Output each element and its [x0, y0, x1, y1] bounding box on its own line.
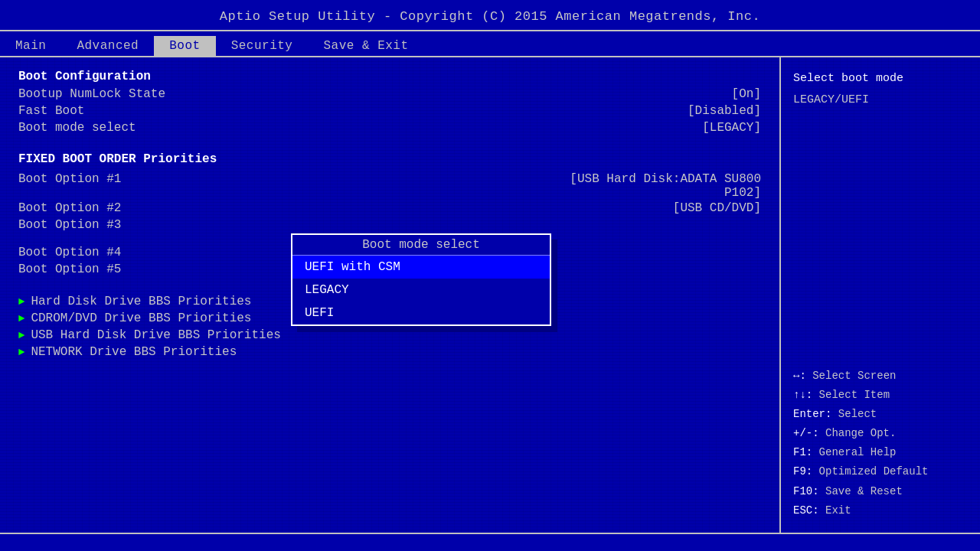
key-f1: F1: General Help: [793, 443, 968, 462]
key-f9: F9: Optimized Default: [793, 462, 968, 481]
title-text: Aptio Setup Utility - Copyright (C) 2015…: [220, 9, 760, 24]
bbs-usb-hdd-arrow: ►: [18, 329, 24, 341]
key-enter: Enter: Select: [793, 405, 968, 424]
setting-fastboot[interactable]: Fast Boot [Disabled]: [18, 103, 761, 119]
boot-option-3[interactable]: Boot Option #3: [18, 218, 761, 232]
boot-mode-dropdown[interactable]: Boot mode select UEFI with CSM LEGACY UE…: [291, 233, 551, 326]
fixed-boot-title: FIXED BOOT ORDER Priorities: [18, 152, 761, 166]
key-change: +/-: Change Opt.: [793, 424, 968, 443]
boot-option-1-value: [USB Hard Disk:ADATA SU800P102]: [570, 172, 761, 200]
main-content: Boot Configuration Bootup NumLock State …: [0, 57, 980, 533]
boot-option-2[interactable]: Boot Option #2 [USB CD/DVD]: [18, 201, 761, 215]
boot-option-1[interactable]: Boot Option #1 [USB Hard Disk:ADATA SU80…: [18, 172, 761, 200]
title-bar: Aptio Setup Utility - Copyright (C) 2015…: [0, 0, 980, 31]
boot-option-2-label: Boot Option #2: [18, 201, 121, 215]
key-esc: ESC: Exit: [793, 501, 968, 520]
bbs-hdd-arrow: ►: [18, 295, 24, 308]
numlock-value: [On]: [732, 87, 761, 101]
setting-numlock[interactable]: Bootup NumLock State [On]: [18, 86, 761, 102]
bootmode-value: [LEGACY]: [702, 121, 761, 135]
boot-option-1-label: Boot Option #1: [18, 172, 121, 200]
dropdown-title: Boot mode select: [292, 235, 550, 256]
nav-tab-security[interactable]: Security: [216, 36, 309, 56]
bbs-cdrom-arrow: ►: [18, 312, 24, 324]
help-keys: ↔: Select Screen ↑↓: Select Item Enter: …: [793, 367, 968, 521]
boot-option-5-label: Boot Option #5: [18, 262, 121, 276]
nav-tab-advanced[interactable]: Advanced: [61, 36, 154, 56]
boot-config-title: Boot Configuration: [18, 70, 761, 83]
key-item: ↑↓: Select Item: [793, 386, 968, 405]
nav-tab-boot[interactable]: Boot: [154, 36, 215, 56]
bios-screen: Aptio Setup Utility - Copyright (C) 2015…: [0, 0, 980, 551]
key-screen: ↔: Select Screen: [793, 367, 968, 386]
right-panel: Select boot mode LEGACY/UEFI ↔: Select S…: [781, 57, 980, 533]
key-f10: F10: Save & Reset: [793, 482, 968, 501]
status-bar: [0, 533, 980, 551]
bbs-network-label: NETWORK Drive BBS Priorities: [31, 345, 237, 359]
boot-option-4-label: Boot Option #4: [18, 246, 121, 259]
dropdown-item-uefi-csm[interactable]: UEFI with CSM: [292, 256, 550, 279]
help-top: Select boot mode LEGACY/UEFI: [793, 70, 968, 109]
bootmode-label: Boot mode select: [18, 121, 136, 135]
setting-bootmode[interactable]: Boot mode select [LEGACY]: [18, 120, 761, 135]
bbs-hdd-label: Hard Disk Drive BBS Priorities: [31, 295, 251, 308]
boot-option-3-label: Boot Option #3: [18, 218, 121, 232]
bbs-network-arrow: ►: [18, 346, 24, 358]
fastboot-value: [Disabled]: [688, 104, 761, 118]
fastboot-label: Fast Boot: [18, 104, 84, 118]
dropdown-item-uefi[interactable]: UEFI: [292, 302, 550, 324]
left-panel: Boot Configuration Bootup NumLock State …: [0, 57, 781, 533]
nav-tab-main[interactable]: Main: [0, 36, 61, 56]
bbs-cdrom-label: CDROM/DVD Drive BBS Priorities: [31, 311, 251, 325]
numlock-label: Bootup NumLock State: [18, 87, 165, 101]
help-select-value: LEGACY/UEFI: [793, 91, 968, 109]
nav-tab-save---exit[interactable]: Save & Exit: [308, 36, 423, 56]
help-select-title: Select boot mode: [793, 70, 968, 88]
dropdown-box: Boot mode select UEFI with CSM LEGACY UE…: [291, 233, 551, 326]
dropdown-item-legacy[interactable]: LEGACY: [292, 279, 550, 302]
bbs-usb-hdd-label: USB Hard Disk Drive BBS Priorities: [31, 328, 280, 342]
nav-bar: MainAdvancedBootSecuritySave & Exit: [0, 31, 980, 57]
bbs-network[interactable]: ► NETWORK Drive BBS Priorities: [18, 345, 761, 359]
boot-option-2-value: [USB CD/DVD]: [673, 201, 761, 215]
